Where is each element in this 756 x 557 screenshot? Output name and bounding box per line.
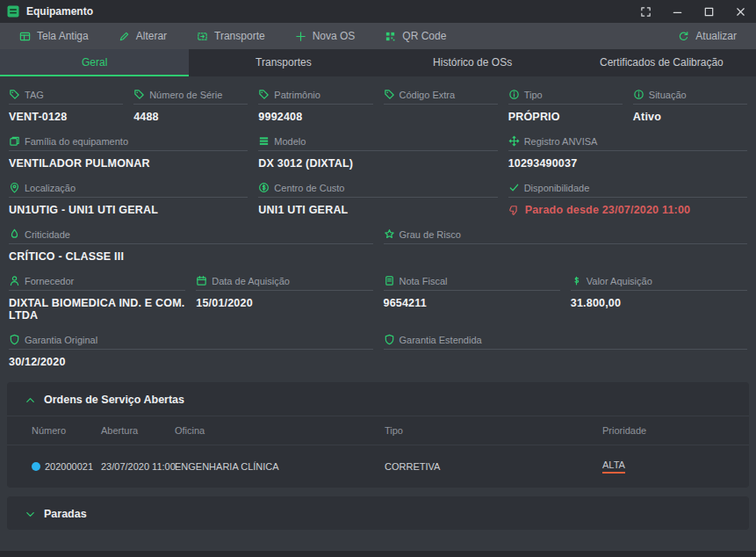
tela-antiga-button[interactable]: Tela Antiga [11, 23, 97, 49]
maximize-icon [703, 6, 715, 18]
qr-code-label: QR Code [402, 30, 446, 42]
shield-icon [9, 334, 20, 345]
tag-icon [258, 89, 270, 100]
title-bar: Equipamento [0, 0, 756, 23]
field-garantia-estendida: Garantia Estendida [384, 334, 748, 368]
transporte-label: Transporte [214, 30, 265, 42]
alterar-button[interactable]: Alterar [110, 23, 176, 49]
document-icon [384, 275, 395, 286]
tab-transportes[interactable]: Transportes [189, 49, 378, 76]
field-label: Código Extra [400, 90, 456, 100]
general-tab-content: TAG VENT-0128 Número de Série 4488 Patri… [0, 76, 756, 368]
field-value: VENT-0128 [9, 105, 123, 123]
field-criticidade: Criticidade CRÍTICO - CLASSE III [9, 228, 373, 263]
pencil-icon [119, 31, 130, 42]
info-icon [633, 89, 644, 100]
field-tipo: Tipo PRÓPRIO [508, 89, 623, 123]
toolbar: Tela Antiga Alterar Transporte Nova OS [0, 23, 756, 49]
field-value: 31.800,00 [571, 291, 747, 309]
field-label: Garantia Estendida [400, 335, 482, 345]
restore-button[interactable] [630, 0, 661, 23]
tag-icon [384, 89, 395, 100]
field-label: Data de Aquisição [212, 276, 290, 286]
field-row-4: Criticidade CRÍTICO - CLASSE III Grau de… [9, 228, 747, 263]
tab-geral[interactable]: Geral [0, 49, 189, 76]
close-icon [735, 6, 746, 18]
atualizar-button[interactable]: Atualizar [669, 23, 745, 49]
field-label: Família do equipamento [25, 136, 128, 147]
os-abertura: 23/07/2020 11:00 [101, 461, 175, 472]
tag-icon [133, 89, 145, 100]
window-bottom-edge [0, 551, 756, 557]
field-value: 9992408 [258, 105, 372, 123]
field-value: PRÓPRIO [508, 105, 623, 123]
field-nota-fiscal: Nota Fiscal 9654211 [384, 275, 560, 322]
tab-certificados[interactable]: Certificados de Calibração [567, 49, 756, 76]
field-value: DX 3012 (DIXTAL) [258, 151, 497, 170]
tela-antiga-label: Tela Antiga [37, 30, 89, 42]
field-label: Tipo [524, 90, 543, 100]
alterar-label: Alterar [136, 30, 167, 42]
col-header-prioridade: Prioridade [602, 425, 749, 436]
transporte-button[interactable]: Transporte [188, 23, 274, 49]
paradas-header[interactable]: Paradas [7, 496, 749, 530]
col-header-numero: Número [32, 425, 101, 436]
thumbs-down-icon [508, 205, 520, 216]
qr-code-button[interactable]: QR Code [376, 23, 455, 49]
field-label: Patrimônio [274, 90, 320, 100]
paradas-title: Paradas [44, 508, 87, 520]
flame-icon [9, 228, 20, 240]
move-cross-icon [508, 135, 520, 147]
bars-icon [258, 135, 270, 147]
window-grid-icon [19, 31, 31, 42]
field-tag: TAG VENT-0128 [9, 89, 123, 123]
field-label: Disponibilidade [524, 183, 590, 193]
copies-icon [9, 135, 20, 147]
col-header-tipo: Tipo [385, 425, 602, 436]
nova-os-button[interactable]: Nova OS [286, 23, 364, 49]
field-value [384, 244, 748, 260]
field-codigo-extra: Código Extra [384, 89, 498, 123]
field-situacao: Situação Ativo [633, 89, 747, 123]
refresh-icon [678, 31, 689, 42]
field-value [384, 105, 498, 120]
money-circle-icon [258, 182, 270, 193]
field-label: TAG [25, 90, 44, 100]
field-label: Centro de Custo [274, 183, 344, 193]
maximize-button[interactable] [693, 0, 724, 23]
field-centro-custo: Centro de Custo UNI1 UTI GERAL [258, 182, 497, 216]
field-value: UN1UTIG - UNI1 UTI GERAL [9, 198, 248, 216]
paradas-card: Paradas [7, 496, 749, 530]
field-label: Situação [649, 90, 687, 100]
field-value: DIXTAL BIOMEDICA IND. E COM. LTDA [9, 291, 185, 322]
minimize-button[interactable] [661, 0, 693, 23]
field-value [384, 350, 748, 365]
window-controls [630, 0, 756, 23]
check-icon [508, 182, 520, 193]
close-button[interactable] [724, 0, 756, 23]
plus-icon [295, 31, 306, 42]
field-value: Ativo [633, 105, 747, 123]
field-grau-risco: Grau de Risco [384, 228, 748, 263]
os-prioridade-link[interactable]: ALTA [602, 459, 625, 474]
col-header-abertura: Abertura [101, 425, 175, 436]
person-icon [9, 275, 20, 286]
os-numero-cell: 202000021 [32, 461, 101, 472]
field-value: 4488 [133, 105, 248, 123]
os-tipo: CORRETIVA [385, 461, 602, 472]
field-value: VENTILADOR PULMONAR [9, 151, 248, 170]
ordens-servico-header[interactable]: Ordens de Serviço Abertas [7, 382, 749, 416]
minimize-icon [672, 6, 683, 18]
field-value: 10293490037 [508, 151, 747, 170]
os-table-row[interactable]: 202000021 23/07/2020 11:00 ENGENHARIA CL… [7, 445, 749, 488]
map-pin-icon [9, 182, 20, 193]
nova-os-label: Nova OS [313, 30, 356, 42]
qr-code-icon [385, 31, 396, 42]
field-label: Criticidade [25, 229, 70, 240]
field-label: Garantia Original [25, 335, 97, 345]
tab-historico-oss[interactable]: Histórico de OSs [378, 49, 567, 76]
window-title: Equipamento [26, 5, 630, 18]
field-label: Nota Fiscal [400, 276, 448, 286]
field-label: Grau de Risco [400, 229, 461, 240]
field-label: Modelo [274, 136, 306, 147]
